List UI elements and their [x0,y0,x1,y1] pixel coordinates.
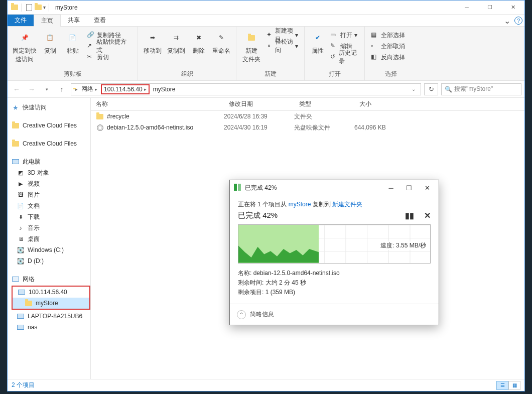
nav-pc-item[interactable]: 🖥桌面 [12,233,90,244]
view-details-button[interactable]: ☰ [496,381,508,390]
tab-file[interactable]: 文件 [8,15,34,26]
nav-net-ip[interactable]: 100.114.56.40 [13,287,89,298]
dialog-source-link[interactable]: myStore [289,201,311,208]
nav-recent-button[interactable]: ▾ [41,83,53,95]
select-all-button[interactable]: ▦全部选择 [369,30,407,41]
pause-button[interactable]: ▮▮ [405,211,414,220]
nav-network[interactable]: 网络 [12,274,90,285]
nav-creative-cloud-1[interactable]: Creative Cloud Files [12,120,90,131]
star-icon: ★ [12,103,20,111]
tab-share[interactable]: 共享 [61,15,87,26]
nav-pc-item[interactable]: 📄文档 [12,200,90,211]
history-button[interactable]: ↺历史记录 [328,52,360,63]
shortcut-icon: ↗ [87,42,94,50]
crumb-ip[interactable]: 100.114.56.40▸ [101,84,150,94]
link-icon: 🔗 [87,31,95,39]
item-icon: 📄 [17,202,25,210]
speed-label: 速度: 3.55 MB/秒 [379,241,427,250]
item-icon: ♪ [17,224,25,232]
nav-pc-item[interactable]: ♪音乐 [12,222,90,233]
view-icons-button[interactable]: ▦ [508,381,520,390]
select-none-button[interactable]: ▫全部取消 [369,41,407,52]
copyto-button[interactable]: ⇉复制到 [166,29,187,55]
pin-button[interactable]: 📌固定到快 速访问 [12,29,38,64]
properties-button[interactable]: ✔属性 [309,29,326,55]
nav-quick-access[interactable]: ★快速访问 [12,102,90,113]
new-folder-button[interactable]: 新建 文件夹 [240,29,262,64]
collapse-details-button[interactable]: ⌃ [237,310,246,319]
easy-access-button[interactable]: ⚬轻松访问 ▾ [264,41,300,52]
dialog-maximize-button[interactable]: ☐ [405,184,414,192]
col-name[interactable]: 名称 [91,100,224,108]
nav-forward-button[interactable]: → [26,83,38,95]
maximize-button[interactable]: ☐ [478,1,501,15]
nav-net-store[interactable]: myStore [13,298,89,309]
progress-icon [234,184,242,192]
address-dropdown-icon[interactable]: ⌄ [409,86,419,92]
addressbar: ← → ▾ ↑ ▸ 网络▸ 100.114.56.40▸ myStore ⌄ ↻… [8,81,524,98]
paste-shortcut-button[interactable]: ↗粘贴快捷方式 [85,41,134,52]
tab-view[interactable]: 查看 [87,15,113,26]
dialog-footer: ⌃ 简略信息 [230,304,439,325]
minimize-button[interactable]: ─ [455,1,478,15]
nav-creative-cloud-2[interactable]: Creative Cloud Files [12,138,90,149]
copy-button[interactable]: 📋复制 [40,29,60,55]
col-type[interactable]: 类型 [294,100,354,108]
nav-pane: ★快速访问 Creative Cloud Files Creative Clou… [8,98,91,379]
invert-selection-button[interactable]: ◧反向选择 [369,52,407,63]
dialog-dest-link[interactable]: 新建文件夹 [332,201,362,208]
dialog-details: 名称: debian-12.5.0-amd64-netinst.iso 剩余时间… [238,269,431,298]
crumb-folder[interactable]: myStore [152,86,177,93]
cut-button[interactable]: ✂剪切 [85,52,134,63]
folder-icon [12,140,20,148]
file-row[interactable]: #recycle2024/6/28 16:39文件夹 [91,111,524,122]
nav-pc-item[interactable]: ▶视频 [12,178,90,189]
col-modified[interactable]: 修改日期 [224,100,294,108]
nav-pc-item[interactable]: 💽Windows (C:) [12,244,90,255]
copy-icon: 📋 [42,30,58,46]
nav-net-nas[interactable]: nas [12,322,90,333]
nav-this-pc[interactable]: 此电脑 [12,156,90,167]
open-button[interactable]: ▭打开 ▾ [328,30,360,41]
search-input[interactable]: 🔍 搜索"myStore" [441,83,521,95]
paste-button[interactable]: 📄粘贴 [62,29,83,55]
file-row[interactable]: debian-12.5.0-amd64-netinst.iso2024/4/30… [91,122,524,133]
pin-icon: 📌 [17,30,33,46]
paste-icon: 📄 [65,30,81,46]
ribbon-group-open: 打开 [309,69,360,78]
nav-net-laptop[interactable]: LAPTOP-8A215UB6 [12,311,90,322]
crumb-network[interactable]: 网络▸ [80,85,99,93]
collapse-ribbon-icon[interactable]: ⌄ [504,16,510,26]
easy-access-icon: ⚬ [267,42,273,50]
network-icon [12,275,20,283]
nav-pc-item[interactable]: 🖼图片 [12,189,90,200]
qat-folder-icon[interactable] [34,4,42,12]
delete-button[interactable]: ✖删除 [189,29,208,55]
dialog-heading: 已完成 42% [238,211,278,220]
moveto-button[interactable]: ➡移动到 [142,29,164,55]
refresh-button[interactable]: ↻ [424,83,438,95]
nav-back-button[interactable]: ← [11,83,23,95]
tab-home[interactable]: 主页 [34,15,61,27]
address-field[interactable]: ▸ 网络▸ 100.114.56.40▸ myStore ⌄ [71,83,421,95]
cancel-button[interactable]: ✕ [424,211,431,220]
close-button[interactable]: ✕ [501,1,524,15]
select-none-icon: ▫ [371,42,379,50]
check-icon: ✔ [310,30,326,46]
nav-up-button[interactable]: ↑ [56,83,68,95]
speed-chart: 速度: 3.55 MB/秒 [238,224,431,264]
dialog-close-button[interactable]: ✕ [423,184,432,192]
item-icon: ⬇ [17,213,25,221]
help-icon[interactable]: ? [514,17,522,25]
qat-save-icon[interactable] [25,4,33,12]
dialog-minimize-button[interactable]: ─ [386,184,395,192]
col-size[interactable]: 大小 [354,100,524,108]
new-item-icon: ✦ [267,31,273,39]
invert-icon: ◧ [371,53,379,61]
rename-button[interactable]: ✎重命名 [210,29,232,55]
ribbon-group-clipboard: 剪贴板 [12,69,134,78]
qat-dropdown-icon[interactable]: ▾ [43,5,46,10]
nav-pc-item[interactable]: ◩3D 对象 [12,167,90,178]
nav-pc-item[interactable]: 💽D (D:) [12,255,90,267]
nav-pc-item[interactable]: ⬇下载 [12,211,90,222]
